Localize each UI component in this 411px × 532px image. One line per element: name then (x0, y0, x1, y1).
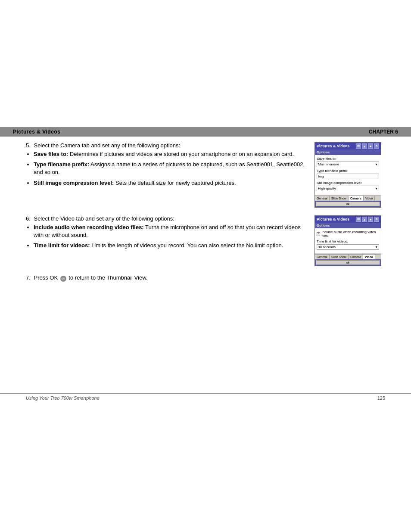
video-icon-3: ■ (368, 217, 373, 222)
step-5-bullet-3-text: Sets the default size for newly captured… (115, 180, 236, 186)
camera-titlebar-icons: ✉ ▲ ■ ✕ (356, 143, 379, 149)
video-menu-options: Options (317, 224, 330, 227)
camera-save-select[interactable]: Main memory ▼ (317, 162, 379, 167)
step-7: 7. Press OK ok to return to the Thumbnai… (26, 274, 383, 282)
step-7-text: Press OK (34, 274, 58, 281)
step-6-left: 6. Select the Video tab and set any of t… (26, 215, 314, 252)
step-6-intro: 6. Select the Video tab and set any of t… (26, 215, 306, 222)
header-bar: Pictures & Videos CHAPTER 6 (0, 127, 411, 137)
camera-icon-3: ■ (368, 143, 373, 149)
step-6-bullet-1-bold: Include audio when recording video files… (34, 224, 144, 230)
header-chapter: CHAPTER 6 (369, 129, 398, 135)
camera-widget-menu: Options (315, 149, 381, 155)
video-time-select[interactable]: 30 seconds ▼ (317, 244, 379, 250)
video-icon-2: ▲ (362, 217, 367, 222)
header-title: Pictures & Videos (13, 129, 60, 135)
video-tab-general[interactable]: General (315, 255, 330, 259)
step-6-intro-text: Select the Video tab and set any of the … (34, 215, 174, 222)
camera-save-label: Save files to: (317, 157, 379, 161)
camera-tab-slideshow[interactable]: Slide Show (330, 196, 349, 201)
step-5-number: 5. (26, 142, 31, 149)
camera-icon-2: ▲ (362, 143, 367, 149)
camera-prefix-label: Type filename prefix: (317, 169, 379, 173)
video-icon-4: ✕ (374, 217, 379, 222)
step-6-bullet-2-bold: Time limit for videos: (34, 242, 90, 249)
step-6-bullet-1: Include audio when recording video files… (34, 224, 306, 239)
camera-tab-video[interactable]: Video (364, 196, 375, 201)
step-5-bullet-1-bold: Save files to: (34, 151, 68, 157)
step-6-bullet-2: Time limit for videos: Limits the length… (34, 242, 306, 249)
camera-compression-arrow: ▼ (375, 187, 378, 190)
camera-prefix-value: Img (318, 174, 324, 178)
main-content: 5. Select the Camera tab and set any of … (26, 142, 383, 289)
camera-widget: Pictures & Videos ✉ ▲ ■ ✕ Options Save f… (314, 142, 381, 208)
step-5-intro-text: Select the Camera tab and set any of the… (34, 142, 180, 149)
camera-save-arrow: ▼ (375, 163, 378, 166)
camera-tab-camera[interactable]: Camera (349, 196, 364, 201)
video-time-label: Time limit for videos: (317, 240, 379, 243)
camera-prefix-input[interactable]: Img (317, 174, 379, 179)
camera-ok-button[interactable]: ok (316, 202, 380, 206)
video-audio-label: Include audio when recording video files… (321, 230, 379, 238)
step-7-text2: to return to the Thumbnail View. (68, 274, 147, 281)
step-5-intro: 5. Select the Camera tab and set any of … (26, 142, 306, 149)
step-5: 5. Select the Camera tab and set any of … (26, 142, 383, 208)
step-5-bullet-2: Type filename prefix: Assigns a name to … (34, 161, 306, 176)
step-6-bullets: Include audio when recording video files… (34, 224, 306, 250)
camera-icon-1: ✉ (356, 143, 361, 149)
video-widget-titlebar: Pictures & Videos ✉ ▲ ■ ✕ (315, 216, 381, 223)
footer-left: Using Your Treo 700w Smartphone (26, 395, 100, 401)
video-icon-1: ✉ (356, 217, 361, 222)
video-audio-checkbox[interactable]: ✓ (317, 232, 320, 236)
video-widget-menu: Options (315, 223, 381, 228)
camera-save-value: Main memory (318, 162, 339, 166)
video-tabs: General Slide Show Camera Video (315, 254, 381, 259)
camera-tab-general[interactable]: General (315, 196, 330, 201)
step-5-bullet-3: Still image compression level: Sets the … (34, 179, 306, 187)
step-5-left: 5. Select the Camera tab and set any of … (26, 142, 314, 190)
step-7-number: 7. (26, 274, 31, 281)
video-ok-bar: ok (315, 259, 381, 266)
step-6: 6. Select the Video tab and set any of t… (26, 215, 383, 266)
step-5-bullet-1-text: Determines if pictures and videos are st… (70, 151, 294, 157)
video-tab-video[interactable]: Video (363, 255, 375, 259)
step-5-bullet-2-bold: Type filename prefix: (34, 161, 89, 168)
step-5-bullet-3-bold: Still image compression level: (34, 180, 114, 186)
video-tab-camera[interactable]: Camera (349, 255, 363, 259)
camera-compression-select[interactable]: High quality ▼ (317, 186, 379, 191)
video-tab-slideshow[interactable]: Slide Show (330, 255, 349, 259)
video-widget: Pictures & Videos ✉ ▲ ■ ✕ Options ✓ Incl… (314, 215, 381, 266)
camera-compression-value: High quality (318, 187, 336, 190)
camera-widget-titlebar: Pictures & Videos ✉ ▲ ■ ✕ (315, 143, 381, 149)
footer: Using Your Treo 700w Smartphone 125 (0, 393, 411, 401)
video-ok-button[interactable]: ok (316, 260, 380, 265)
video-time-value: 30 seconds (318, 245, 336, 249)
step-6-number: 6. (26, 215, 31, 222)
camera-icon-4: ✕ (374, 143, 379, 149)
step-7-ok-icon: ok (60, 276, 66, 282)
step-5-bullets: Save files to: Determines if pictures an… (34, 150, 306, 187)
video-checkbox-row: ✓ Include audio when recording video fil… (317, 230, 379, 238)
camera-menu-options: Options (317, 150, 330, 154)
step-5-screenshot: Pictures & Videos ✉ ▲ ■ ✕ Options Save f… (314, 142, 383, 208)
video-widget-title: Pictures & Videos (317, 217, 349, 221)
camera-tabs: General Slide Show Camera Video (315, 196, 381, 201)
step-6-bullet-2-text: Limits the length of videos you record. … (91, 242, 283, 249)
video-titlebar-icons: ✉ ▲ ■ ✕ (356, 217, 379, 222)
step-7-content: 7. Press OK ok to return to the Thumbnai… (26, 274, 147, 282)
step-6-screenshot: Pictures & Videos ✉ ▲ ■ ✕ Options ✓ Incl… (314, 215, 383, 266)
video-time-arrow: ▼ (375, 246, 378, 249)
camera-widget-title: Pictures & Videos (317, 144, 349, 148)
step-5-bullet-1: Save files to: Determines if pictures an… (34, 150, 306, 158)
camera-widget-body: Save files to: Main memory ▼ Type filena… (315, 155, 381, 195)
video-widget-body: ✓ Include audio when recording video fil… (315, 228, 381, 253)
camera-ok-bar: ok (315, 201, 381, 207)
camera-compression-label: Still image compression level: (317, 181, 379, 185)
footer-right: 125 (377, 395, 385, 401)
